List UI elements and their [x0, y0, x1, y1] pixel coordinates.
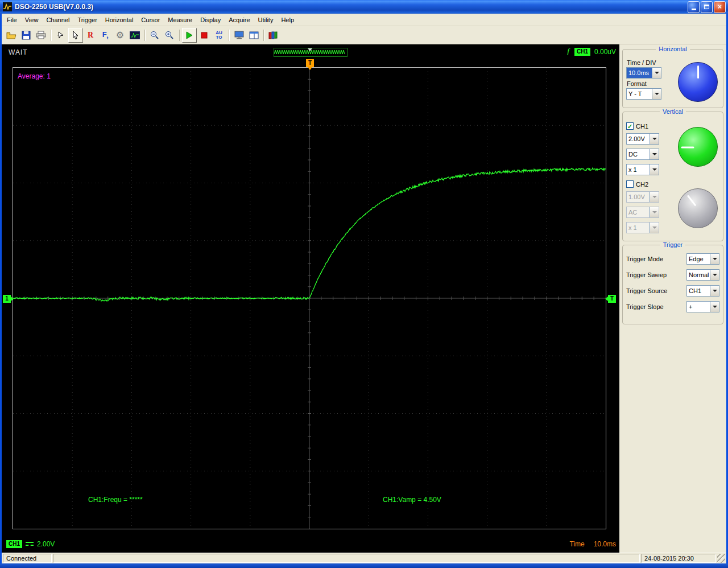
- trigger-mode-row: Trigger Mode Edge: [626, 253, 719, 265]
- record-preview[interactable]: [274, 48, 348, 57]
- chevron-down-icon: [650, 134, 659, 144]
- window-frame: File View Channel Trigger Horizontal Cur…: [0, 14, 728, 563]
- menu-measure[interactable]: Measure: [164, 14, 196, 26]
- spectrum-button[interactable]: [127, 28, 142, 43]
- pointer-tool-button[interactable]: [68, 28, 83, 43]
- ch1-volts-select[interactable]: 2.00V: [626, 133, 659, 145]
- vertical-group-title: Vertical: [660, 108, 686, 115]
- zoom-in-icon: [165, 31, 174, 40]
- connection-status: Connected: [3, 554, 52, 563]
- chevron-down-icon: [710, 254, 719, 264]
- open-button[interactable]: [4, 28, 19, 43]
- trigger-channel-badge: CH1: [574, 48, 590, 56]
- trigger-level-value: 0.00uV: [594, 48, 616, 56]
- resize-grip-icon[interactable]: [717, 554, 725, 563]
- settings-button[interactable]: ⚙: [113, 28, 127, 43]
- trigger-sweep-row: Trigger Sweep Normal: [626, 269, 719, 281]
- chevron-down-icon: [710, 302, 719, 312]
- display-mode-button[interactable]: [231, 28, 246, 43]
- ch1-checkbox-label: CH1: [636, 123, 648, 130]
- cursor-measure-button[interactable]: [53, 28, 68, 43]
- menu-file[interactable]: File: [3, 14, 21, 26]
- trigger-source-row: Trigger Source CH1: [626, 285, 719, 297]
- ch1-scale-readout: 2.00V: [37, 540, 55, 548]
- timediv-select[interactable]: 10.0ms: [626, 67, 661, 79]
- ch2-position-knob[interactable]: [678, 188, 718, 228]
- maximize-button[interactable]: [701, 1, 713, 13]
- ch1-level-marker[interactable]: 1: [3, 295, 11, 303]
- fft-button[interactable]: Ft: [98, 28, 113, 43]
- knob-pointer: [697, 65, 699, 79]
- ch2-checkbox-label: CH2: [636, 181, 648, 188]
- scope-bottom-bar: CH1 2.00V Time 10.0ms: [4, 538, 617, 550]
- trigger-slope-select[interactable]: +: [686, 301, 719, 312]
- format-select[interactable]: Y - T: [626, 88, 661, 100]
- start-button[interactable]: [182, 28, 197, 43]
- trigger-source-label: Trigger Source: [626, 287, 667, 294]
- window-panels-icon: [249, 31, 259, 39]
- menu-channel[interactable]: Channel: [42, 14, 73, 26]
- horizontal-group: Horizontal Time / DIV 10.0ms Format Y - …: [622, 49, 723, 108]
- save-button[interactable]: [19, 28, 34, 43]
- ch1-badge: CH1: [6, 540, 22, 548]
- trigger-sweep-label: Trigger Sweep: [626, 271, 667, 278]
- trigger-sweep-select[interactable]: Normal: [686, 269, 719, 281]
- horizontal-group-title: Horizontal: [656, 46, 690, 52]
- menu-acquire[interactable]: Acquire: [225, 14, 254, 26]
- help-books-button[interactable]: [266, 28, 281, 43]
- close-button[interactable]: ×: [714, 1, 726, 13]
- minimize-icon: [692, 9, 696, 10]
- zoom-in-button[interactable]: [162, 28, 177, 43]
- stop-button[interactable]: [197, 28, 212, 43]
- chevron-down-icon: [652, 68, 661, 78]
- ch1-probe-select[interactable]: x 1: [626, 164, 659, 175]
- dc-coupling-icon: [26, 542, 34, 547]
- trigger-group-title: Trigger: [660, 241, 685, 248]
- trigger-source-select[interactable]: CH1: [686, 285, 719, 297]
- ch1-coupling-select[interactable]: DC: [626, 149, 659, 160]
- print-button[interactable]: [34, 28, 48, 43]
- panel-layout-button[interactable]: [246, 28, 261, 43]
- printer-icon: [36, 31, 46, 39]
- autoset-button[interactable]: AUTO: [212, 28, 226, 43]
- trigger-position-marker[interactable]: T: [306, 59, 314, 67]
- time-scale-readout: 10.0ms: [594, 540, 616, 548]
- refresh-button[interactable]: R: [83, 28, 98, 43]
- trigger-level-marker[interactable]: T: [608, 295, 616, 303]
- ch2-checkbox[interactable]: CH2: [626, 179, 719, 189]
- vertical-group: Vertical ✓ CH1 2.00V DC x 1: [622, 112, 723, 241]
- knob-pointer: [681, 147, 694, 149]
- toolbar: R Ft ⚙: [2, 26, 726, 44]
- horizontal-knob[interactable]: [678, 62, 718, 102]
- menu-horizontal[interactable]: Horizontal: [101, 14, 138, 26]
- monitor-icon: [234, 31, 244, 39]
- trigger-slope-label: Trigger Slope: [626, 303, 664, 310]
- fft-icon: Ft: [102, 30, 109, 40]
- zoom-out-button[interactable]: [147, 28, 162, 43]
- menu-view[interactable]: View: [21, 14, 43, 26]
- open-folder-icon: [6, 31, 16, 39]
- ch1-position-knob[interactable]: [678, 127, 718, 167]
- chevron-down-icon: [652, 89, 661, 99]
- menu-trigger[interactable]: Trigger: [73, 14, 101, 26]
- minimize-button[interactable]: [688, 1, 700, 13]
- menu-cursor[interactable]: Cursor: [137, 14, 164, 26]
- menu-utility[interactable]: Utility: [254, 14, 278, 26]
- app-window: DSO-2250 USB(V7.0.0.3) × File View Chann…: [0, 0, 728, 568]
- app-icon: [3, 2, 12, 11]
- chevron-down-icon: [710, 286, 719, 296]
- status-strip: WAIT ƒ CH1 0.00uV: [2, 46, 619, 59]
- cursor-measure-icon: [56, 31, 65, 40]
- menu-help[interactable]: Help: [277, 14, 298, 26]
- window-bottom-border: [0, 563, 728, 568]
- time-label: Time: [569, 540, 584, 548]
- statusbar: Connected 24-08-2015 20:30: [2, 553, 726, 563]
- knob-pointer: [686, 195, 696, 206]
- stop-icon: [201, 32, 208, 39]
- titlebar: DSO-2250 USB(V7.0.0.3) ×: [0, 0, 728, 14]
- trigger-mode-select[interactable]: Edge: [686, 253, 719, 265]
- toolbar-separator: [229, 30, 229, 41]
- datetime-readout: 24-08-2015 20:30: [641, 554, 716, 563]
- toolbar-separator: [51, 30, 51, 41]
- menu-display[interactable]: Display: [196, 14, 225, 26]
